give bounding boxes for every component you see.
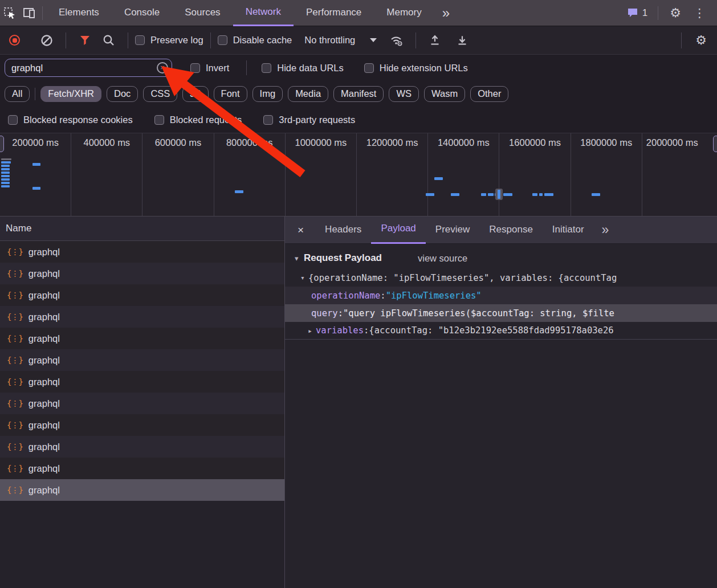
invert-label: Invert bbox=[206, 63, 229, 74]
fetch-xhr-icon: {⋮} bbox=[7, 291, 23, 300]
filter-chip-fetch-xhr[interactable]: Fetch/XHR bbox=[40, 86, 101, 102]
clear-network-log-icon[interactable] bbox=[39, 33, 54, 48]
request-row[interactable]: {⋮}graphql bbox=[0, 306, 284, 328]
filter-chip-font[interactable]: Font bbox=[214, 86, 247, 102]
details-tab-response[interactable]: Response bbox=[479, 217, 543, 244]
filter-chip-other[interactable]: Other bbox=[470, 86, 508, 102]
request-row[interactable]: {⋮}graphql bbox=[0, 328, 284, 349]
filter-chip-media[interactable]: Media bbox=[288, 86, 328, 102]
request-row[interactable]: {⋮}graphql bbox=[0, 284, 284, 306]
hide-data-urls-checkbox[interactable] bbox=[262, 63, 271, 73]
3rd-party-requests-label: 3rd-party requests bbox=[279, 115, 355, 125]
tab-memory[interactable]: Memory bbox=[374, 0, 434, 26]
json-key: operationName bbox=[311, 291, 380, 301]
details-tab-payload[interactable]: Payload bbox=[371, 217, 425, 244]
device-toolbar-icon[interactable] bbox=[19, 3, 39, 23]
json-object-preview: {accountTag: "b12e3b2192ee5588fdad995178… bbox=[369, 325, 613, 336]
network-conditions-icon[interactable] bbox=[389, 33, 404, 48]
request-name: graphql bbox=[28, 355, 60, 366]
request-row[interactable]: {⋮}graphql bbox=[0, 393, 284, 414]
preserve-log-checkbox[interactable] bbox=[135, 35, 145, 45]
blocked-response-cookies-checkbox[interactable] bbox=[8, 115, 18, 125]
disable-cache-checkbox[interactable] bbox=[218, 35, 227, 45]
filter-chip-all[interactable]: All bbox=[5, 86, 30, 102]
request-timing-bar bbox=[481, 193, 486, 196]
more-tabs-icon[interactable]: » bbox=[434, 1, 458, 25]
filter-input[interactable] bbox=[5, 59, 172, 77]
fetch-xhr-icon: {⋮} bbox=[7, 464, 23, 473]
request-timing-bar bbox=[32, 163, 40, 166]
filter-icon[interactable] bbox=[78, 33, 92, 48]
import-har-icon[interactable] bbox=[427, 33, 442, 48]
request-timing-bar bbox=[1, 185, 10, 187]
json-key: variables bbox=[316, 325, 364, 336]
invert-checkbox[interactable] bbox=[190, 63, 200, 73]
throttling-select[interactable]: No throttling bbox=[304, 35, 377, 46]
request-row[interactable]: {⋮}graphql bbox=[0, 414, 284, 436]
payload-operation-row[interactable]: operationName: "ipFlowTimeseries" bbox=[285, 287, 717, 304]
filter-chip-img[interactable]: Img bbox=[252, 86, 283, 102]
triangle-expanded-icon: ▾ bbox=[295, 254, 303, 263]
json-string-value: "ipFlowTimeseries" bbox=[386, 291, 482, 301]
filter-chip-js[interactable]: JS bbox=[182, 86, 208, 102]
3rd-party-requests-checkbox[interactable] bbox=[263, 115, 273, 125]
throttling-value: No throttling bbox=[304, 35, 355, 46]
tab-network[interactable]: Network bbox=[233, 0, 294, 26]
request-row[interactable]: {⋮}graphql bbox=[0, 479, 284, 501]
inspect-element-icon[interactable] bbox=[0, 3, 19, 23]
view-source-link[interactable]: view source bbox=[418, 253, 467, 264]
overview-handle[interactable] bbox=[713, 136, 717, 152]
issues-bubble-icon bbox=[627, 7, 638, 18]
export-har-icon[interactable] bbox=[455, 33, 470, 48]
json-colon: : bbox=[380, 291, 385, 301]
request-type-filters: AllFetch/XHRDocCSSJSFontImgMediaManifest… bbox=[0, 81, 717, 107]
request-row[interactable]: {⋮}graphql bbox=[0, 458, 284, 479]
hide-extension-urls-checkbox[interactable] bbox=[364, 63, 374, 73]
request-row[interactable]: {⋮}graphql bbox=[0, 241, 284, 263]
issues-button[interactable]: 1 bbox=[621, 7, 653, 19]
request-timing-bar bbox=[1, 175, 10, 177]
fetch-xhr-icon: {⋮} bbox=[7, 247, 23, 256]
triangle-collapsed-icon: ▸ bbox=[308, 326, 316, 335]
tab-sources[interactable]: Sources bbox=[172, 0, 233, 26]
details-tab-headers[interactable]: Headers bbox=[315, 217, 371, 244]
blocked-requests-checkbox[interactable] bbox=[154, 115, 164, 125]
filter-chip-css[interactable]: CSS bbox=[143, 86, 177, 102]
filter-chip-manifest[interactable]: Manifest bbox=[333, 86, 384, 102]
issues-count: 1 bbox=[642, 7, 647, 19]
close-icon[interactable]: × bbox=[285, 224, 315, 236]
name-column-header[interactable]: Name bbox=[0, 217, 284, 241]
filter-chip-wasm[interactable]: Wasm bbox=[424, 86, 465, 102]
tab-performance[interactable]: Performance bbox=[294, 0, 374, 26]
details-more-tabs-icon[interactable]: » bbox=[594, 222, 617, 238]
filter-chip-doc[interactable]: Doc bbox=[107, 86, 138, 102]
request-row[interactable]: {⋮}graphql bbox=[0, 371, 284, 393]
search-icon[interactable] bbox=[101, 33, 116, 48]
overview-handle[interactable] bbox=[0, 136, 4, 152]
record-network-log-icon[interactable] bbox=[9, 35, 20, 46]
request-payload-section[interactable]: ▾ Request Payload view source bbox=[285, 247, 717, 269]
payload-query-row[interactable]: query: "query ipFlowTimeseries($accountT… bbox=[285, 304, 717, 322]
clear-filter-icon[interactable]: × bbox=[157, 62, 168, 74]
request-timing-bar bbox=[498, 190, 500, 199]
details-tab-initiator[interactable]: Initiator bbox=[543, 217, 594, 244]
fetch-xhr-icon: {⋮} bbox=[7, 399, 23, 408]
request-row[interactable]: {⋮}graphql bbox=[0, 263, 284, 284]
kebab-menu-icon[interactable]: ⋮ bbox=[688, 6, 711, 20]
json-colon: : bbox=[364, 325, 369, 336]
payload-variables-row[interactable]: ▸ variables: {accountTag: "b12e3b2192ee5… bbox=[285, 322, 717, 340]
tab-elements[interactable]: Elements bbox=[46, 0, 112, 26]
request-row[interactable]: {⋮}graphql bbox=[0, 349, 284, 371]
network-settings-icon[interactable]: ⚙ bbox=[689, 33, 717, 48]
network-split-view: Name {⋮}graphql{⋮}graphql{⋮}graphql{⋮}gr… bbox=[0, 217, 717, 588]
filter-chip-ws[interactable]: WS bbox=[389, 86, 419, 102]
request-row[interactable]: {⋮}graphql bbox=[0, 436, 284, 458]
details-tab-preview[interactable]: Preview bbox=[426, 217, 479, 244]
payload-summary-text: {operationName: "ipFlowTimeseries", vari… bbox=[308, 273, 617, 283]
request-name: graphql bbox=[28, 442, 60, 452]
settings-icon[interactable]: ⚙ bbox=[663, 6, 688, 21]
payload-summary-row[interactable]: ▾ {operationName: "ipFlowTimeseries", va… bbox=[285, 269, 717, 287]
divider bbox=[210, 32, 211, 48]
tab-console[interactable]: Console bbox=[112, 0, 172, 26]
network-overview-timeline[interactable]: 200000 ms400000 ms600000 ms800000 ms1000… bbox=[0, 133, 717, 217]
